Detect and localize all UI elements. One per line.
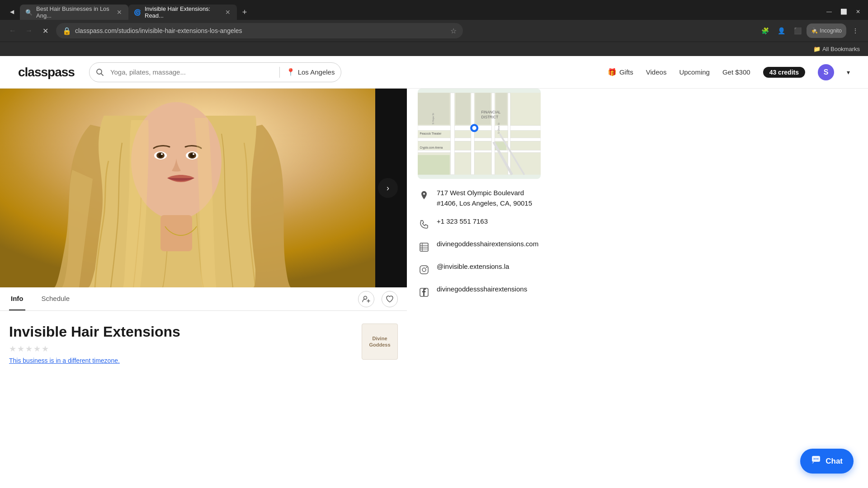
facebook-icon bbox=[418, 286, 430, 299]
add-friend-button[interactable] bbox=[358, 291, 374, 307]
location-icon bbox=[418, 189, 430, 202]
window-minimize[interactable]: — bbox=[823, 5, 835, 18]
profile-icon[interactable]: 👤 bbox=[774, 23, 788, 38]
address-line2: #1406, Los Angeles, CA, 90015 bbox=[437, 198, 532, 209]
svg-rect-21 bbox=[418, 138, 541, 141]
tab-2-close[interactable]: ✕ bbox=[224, 8, 231, 16]
svg-rect-26 bbox=[508, 93, 510, 174]
browser-chrome: ◀ 🔍 Best Hair Businesses in Los Ang... ✕… bbox=[0, 0, 868, 56]
left-panel: › Info Schedule bbox=[0, 89, 407, 374]
svg-rect-24 bbox=[471, 93, 474, 174]
website-item: divinegoddesshairextensions.com bbox=[418, 240, 541, 253]
credits-badge[interactable]: 43 credits bbox=[763, 67, 805, 78]
nav-buttons: ← → ✕ bbox=[5, 23, 52, 38]
reload-button[interactable]: ✕ bbox=[38, 23, 52, 38]
phone-icon bbox=[418, 218, 430, 231]
map-container[interactable]: FINANCIAL DISTRICT Peacock Theater Crypt… bbox=[418, 89, 541, 179]
upcoming-link[interactable]: Upcoming bbox=[679, 68, 710, 76]
videos-link[interactable]: Videos bbox=[646, 68, 667, 76]
header-nav: 🎁 Gifts Videos Upcoming Get $300 43 cred… bbox=[608, 64, 850, 80]
get-300-link[interactable]: Get $300 bbox=[722, 68, 750, 76]
tab-info[interactable]: Info bbox=[9, 287, 25, 310]
window-restore[interactable]: ⬜ bbox=[837, 5, 850, 18]
svg-rect-25 bbox=[491, 93, 495, 174]
incognito-icon: 🕵 bbox=[811, 28, 818, 34]
phone-link[interactable]: +1 323 551 7163 bbox=[437, 217, 488, 225]
back-button[interactable]: ← bbox=[5, 23, 20, 38]
map-svg: FINANCIAL DISTRICT Peacock Theater Crypt… bbox=[418, 89, 541, 179]
address-text: 717 West Olympic Boulevard #1406, Los An… bbox=[437, 188, 532, 208]
facebook-link[interactable]: divinegoddessshairextensions bbox=[437, 285, 527, 293]
right-panel: FINANCIAL DISTRICT Peacock Theater Crypt… bbox=[407, 89, 552, 374]
tab-1-close[interactable]: ✕ bbox=[116, 8, 123, 16]
gifts-label: Gifts bbox=[619, 68, 633, 76]
svg-point-11 bbox=[161, 153, 163, 155]
user-initial: S bbox=[824, 68, 829, 76]
svg-text:Peacock Theater: Peacock Theater bbox=[420, 132, 442, 135]
search-input[interactable] bbox=[110, 68, 279, 76]
all-bookmarks[interactable]: 📁 All Bookmarks bbox=[811, 45, 863, 53]
content-tabs: Info Schedule bbox=[0, 287, 407, 311]
tab-nav-back[interactable]: ◀ bbox=[5, 5, 18, 18]
svg-rect-30 bbox=[495, 93, 507, 125]
chat-label: Chat bbox=[826, 457, 843, 466]
business-section: Invisible Hair Extensions ★ ★ ★ ★ ★ This… bbox=[0, 311, 407, 374]
tab-1-label: Best Hair Businesses in Los Ang... bbox=[36, 5, 112, 19]
instagram-item: @invisible.extensions.la bbox=[418, 263, 541, 276]
svg-rect-20 bbox=[418, 126, 541, 131]
tab-nav-controls: ◀ bbox=[4, 4, 20, 20]
chat-icon-svg bbox=[811, 455, 821, 465]
star-4: ★ bbox=[33, 344, 41, 354]
address-bar[interactable]: 🔒 classpass.com/studios/invisible-hair-e… bbox=[56, 23, 463, 38]
star-2: ★ bbox=[17, 344, 24, 354]
url-display: classpass.com/studios/invisible-hair-ext… bbox=[75, 27, 447, 34]
tab-2-favicon: 🌀 bbox=[134, 9, 141, 16]
svg-point-53 bbox=[814, 458, 815, 459]
menu-button[interactable]: ⋮ bbox=[848, 23, 863, 38]
svg-rect-28 bbox=[455, 93, 470, 125]
logo-text: classpass bbox=[18, 65, 75, 79]
browser-tab-1[interactable]: 🔍 Best Hair Businesses in Los Ang... ✕ bbox=[20, 5, 128, 20]
extensions-icon[interactable]: 🧩 bbox=[758, 23, 772, 38]
gifts-link[interactable]: 🎁 Gifts bbox=[608, 68, 633, 76]
classpass-logo[interactable]: classpass bbox=[18, 65, 75, 80]
logo-line1: Divine bbox=[372, 335, 387, 342]
get-300-label: Get $300 bbox=[722, 68, 750, 76]
user-dropdown-arrow[interactable]: ▾ bbox=[847, 69, 850, 76]
globe-icon bbox=[418, 241, 430, 253]
credits-label: 43 credits bbox=[769, 69, 799, 76]
tab-schedule-label: Schedule bbox=[42, 295, 70, 302]
svg-rect-29 bbox=[475, 93, 491, 125]
chevron-right-icon: › bbox=[387, 183, 389, 193]
chat-button[interactable]: Chat bbox=[800, 449, 854, 474]
favorite-button[interactable] bbox=[382, 291, 398, 307]
svg-text:Crypto.com Arena: Crypto.com Arena bbox=[420, 146, 443, 150]
instagram-link[interactable]: @invisible.extensions.la bbox=[437, 263, 509, 270]
bookmark-icon[interactable]: ☆ bbox=[450, 27, 457, 35]
sidebar-icon[interactable]: ⬛ bbox=[790, 23, 805, 38]
timezone-notice[interactable]: This business is in a different timezone… bbox=[9, 357, 120, 364]
star-1: ★ bbox=[9, 344, 16, 354]
location-pin-icon: 📍 bbox=[286, 68, 295, 76]
bookmarks-folder-icon: 📁 bbox=[813, 46, 821, 52]
website-link[interactable]: divinegoddesshairextensions.com bbox=[437, 240, 538, 248]
tab-schedule[interactable]: Schedule bbox=[40, 287, 72, 310]
instagram-icon bbox=[418, 263, 430, 276]
phone-item: +1 323 551 7163 bbox=[418, 217, 541, 231]
svg-line-1 bbox=[101, 73, 103, 75]
svg-text:DISTRICT: DISTRICT bbox=[481, 115, 499, 119]
gift-icon: 🎁 bbox=[608, 68, 617, 76]
bookmarks-label: All Bookmarks bbox=[822, 46, 860, 52]
address-line1: 717 West Olympic Boulevard bbox=[437, 188, 532, 198]
svg-rect-7 bbox=[160, 215, 192, 251]
business-info-left: Invisible Hair Extensions ★ ★ ★ ★ ★ This… bbox=[9, 324, 362, 365]
new-tab-button[interactable]: + bbox=[237, 5, 252, 20]
svg-text:S Olive St: S Olive St bbox=[497, 122, 500, 134]
gallery-next-button[interactable]: › bbox=[378, 178, 398, 198]
window-close[interactable]: ✕ bbox=[852, 5, 864, 18]
forward-button[interactable]: → bbox=[22, 23, 36, 38]
user-avatar[interactable]: S bbox=[818, 64, 834, 80]
location-selector[interactable]: 📍 Los Angeles bbox=[280, 68, 341, 76]
chat-bubble-icon bbox=[811, 455, 821, 467]
browser-tab-2[interactable]: 🌀 Invisible Hair Extensions: Read... ✕ bbox=[128, 5, 237, 20]
